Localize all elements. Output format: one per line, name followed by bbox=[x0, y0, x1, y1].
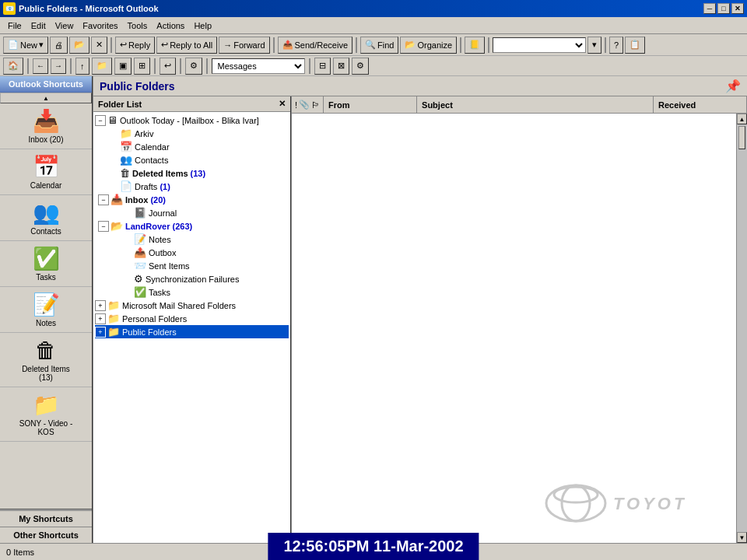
dropdown-arrow-button[interactable]: ▾ bbox=[587, 37, 601, 54]
expand-public[interactable]: + bbox=[95, 327, 106, 338]
preview-button[interactable]: ▣ bbox=[114, 58, 132, 75]
expand-landrover[interactable]: − bbox=[98, 221, 109, 232]
rules-button[interactable]: ⚙ bbox=[185, 58, 202, 75]
reply-button[interactable]: ↩ Reply bbox=[115, 37, 155, 54]
svg-point-2 bbox=[554, 487, 598, 502]
find-button[interactable]: 🔍 Find bbox=[360, 37, 398, 54]
tree-item-personal[interactable]: + 📁 Personal Folders bbox=[95, 312, 289, 325]
sidebar-item-sony[interactable]: 📁 SONY - Video - KOS bbox=[0, 387, 92, 442]
folder-root-icon: 🖥 bbox=[107, 114, 117, 126]
move-icon: 📂 bbox=[74, 40, 85, 50]
extra-button[interactable]: 📋 bbox=[625, 37, 645, 54]
view-options-button[interactable]: ⊟ bbox=[314, 58, 331, 75]
minimize-button[interactable]: ─ bbox=[703, 3, 716, 14]
email-scrollbar: ▲ ▼ bbox=[736, 114, 747, 543]
scroll-thumb[interactable] bbox=[738, 126, 745, 149]
reply-all-button[interactable]: ↩ Reply to All bbox=[156, 37, 217, 54]
tree-item-root[interactable]: − 🖥 Outlook Today - [Mailbox - Blika Iva… bbox=[95, 114, 289, 127]
back-button[interactable]: ← bbox=[33, 58, 48, 74]
tree-item-notes[interactable]: 📝 Notes bbox=[95, 233, 289, 246]
messages-dropdown[interactable]: Messages bbox=[212, 58, 305, 74]
menu-bar: File Edit View Favorites Tools Actions H… bbox=[0, 17, 747, 34]
up-button[interactable]: ↑ bbox=[75, 58, 89, 75]
expand-inbox[interactable]: − bbox=[98, 194, 109, 205]
received-column[interactable]: Received bbox=[654, 96, 747, 113]
move-button[interactable]: 📂 bbox=[69, 37, 89, 54]
preview-icon: ▣ bbox=[119, 61, 127, 71]
tree-item-drafts[interactable]: 📄 Drafts (1) bbox=[95, 180, 289, 193]
tree-item-journal[interactable]: 📓 Journal bbox=[95, 206, 289, 219]
delete-button[interactable]: ✕ bbox=[91, 37, 107, 54]
tree-item-calendar[interactable]: 📅 Calendar bbox=[95, 140, 289, 153]
print-button[interactable]: 🖨 bbox=[50, 37, 68, 54]
close-button[interactable]: ✕ bbox=[731, 3, 744, 14]
tree-item-ms-mail[interactable]: + 📁 Microsoft Mail Shared Folders bbox=[95, 299, 289, 312]
expand-root[interactable]: − bbox=[95, 115, 106, 126]
help-button[interactable]: ? bbox=[609, 37, 623, 54]
expand-personal[interactable]: + bbox=[95, 313, 106, 324]
tree-item-deleted[interactable]: 🗑 Deleted Items (13) bbox=[95, 166, 289, 180]
tree-item-sent[interactable]: 📨 Sent Items bbox=[95, 259, 289, 272]
sidebar-item-notes[interactable]: 📝 Notes bbox=[0, 287, 92, 333]
contacts-icon: 👥 bbox=[33, 200, 60, 226]
expand-ms-mail[interactable]: + bbox=[95, 300, 106, 311]
sidebar-item-calendar[interactable]: 📅 Calendar bbox=[0, 149, 92, 195]
from-column[interactable]: From bbox=[324, 96, 417, 113]
folder-close-icon[interactable]: ✕ bbox=[279, 99, 286, 109]
sidebar-item-tasks[interactable]: ✅ Tasks bbox=[0, 241, 92, 287]
scroll-up-arrow[interactable]: ▲ bbox=[737, 114, 747, 124]
sep-t2-3 bbox=[154, 58, 156, 74]
calendar-icon: 📅 bbox=[33, 154, 60, 180]
forward-nav-button[interactable]: → bbox=[51, 58, 66, 74]
organize-button[interactable]: 📂 Organize bbox=[400, 37, 457, 54]
find-icon: 🔍 bbox=[365, 40, 376, 50]
new-button[interactable]: 📄 New ▾ bbox=[3, 37, 48, 54]
title-icon: 📧 bbox=[3, 2, 16, 15]
attachment-col-icon: 📎 bbox=[299, 100, 310, 110]
tree-item-contacts[interactable]: 👥 Contacts bbox=[95, 153, 289, 166]
separator3 bbox=[356, 37, 357, 53]
scroll-down-arrow[interactable]: ▼ bbox=[737, 532, 747, 543]
tree-item-sync[interactable]: ⚙ Synchronization Failures bbox=[95, 272, 289, 285]
tree-item-tasks[interactable]: ✅ Tasks bbox=[95, 285, 289, 299]
tree-item-outbox[interactable]: 📤 Outbox bbox=[95, 246, 289, 259]
separator6 bbox=[605, 37, 606, 53]
menu-favorites[interactable]: Favorites bbox=[78, 19, 122, 32]
time-overlay: 12:56:05PM 11-Mar-2002 bbox=[268, 533, 479, 560]
forward-button[interactable]: → Forward bbox=[219, 37, 269, 54]
folder-landrover-icon: 📂 bbox=[110, 220, 123, 232]
menu-help[interactable]: Help bbox=[189, 19, 216, 32]
sidebar-scroll-up[interactable]: ▲ bbox=[0, 93, 92, 103]
tree-item-arkiv[interactable]: 📁 Arkiv bbox=[95, 127, 289, 140]
menu-edit[interactable]: Edit bbox=[26, 19, 51, 32]
my-shortcuts-button[interactable]: My Shortcuts bbox=[0, 510, 92, 527]
other-shortcuts-button[interactable]: Other Shortcuts bbox=[0, 527, 92, 543]
sidebar-item-deleted[interactable]: 🗑 Deleted Items (13) bbox=[0, 333, 92, 387]
search-dropdown[interactable] bbox=[493, 37, 586, 53]
layout-button[interactable]: ⊞ bbox=[134, 58, 150, 75]
sep-t2-4 bbox=[180, 58, 181, 74]
tree-item-landrover[interactable]: − 📂 LandRover (263) bbox=[95, 219, 289, 233]
folder-tree[interactable]: − 🖥 Outlook Today - [Mailbox - Blika Iva… bbox=[93, 112, 290, 543]
subject-column[interactable]: Subject bbox=[417, 96, 654, 113]
address-book-button[interactable]: 📒 bbox=[465, 37, 485, 54]
send-receive-button[interactable]: 📤 Send/Receive bbox=[278, 37, 353, 54]
more-options-button[interactable]: ⚙ bbox=[352, 58, 369, 75]
outlook-today-btn[interactable]: 🏠 bbox=[3, 58, 23, 75]
split-view-button[interactable]: ⊠ bbox=[333, 58, 349, 75]
menu-actions[interactable]: Actions bbox=[152, 19, 189, 32]
flag-col-icon: 🏳 bbox=[311, 100, 320, 110]
email-list bbox=[292, 114, 747, 543]
folder-ms-mail-icon: 📁 bbox=[107, 299, 120, 311]
undo-button[interactable]: ↩ bbox=[160, 58, 176, 75]
tree-item-public[interactable]: + 📁 Public Folders bbox=[95, 325, 289, 338]
tree-item-inbox[interactable]: − 📥 Inbox (20) bbox=[95, 193, 289, 206]
folder-list-button[interactable]: 📁 bbox=[92, 58, 112, 75]
maximize-button[interactable]: □ bbox=[717, 3, 730, 14]
menu-view[interactable]: View bbox=[51, 19, 79, 32]
pin-icon: 📌 bbox=[725, 79, 741, 93]
sidebar-item-inbox[interactable]: 📥 Inbox (20) bbox=[0, 103, 92, 149]
menu-tools[interactable]: Tools bbox=[123, 19, 153, 32]
menu-file[interactable]: File bbox=[3, 19, 26, 32]
sidebar-item-contacts[interactable]: 👥 Contacts bbox=[0, 195, 92, 241]
